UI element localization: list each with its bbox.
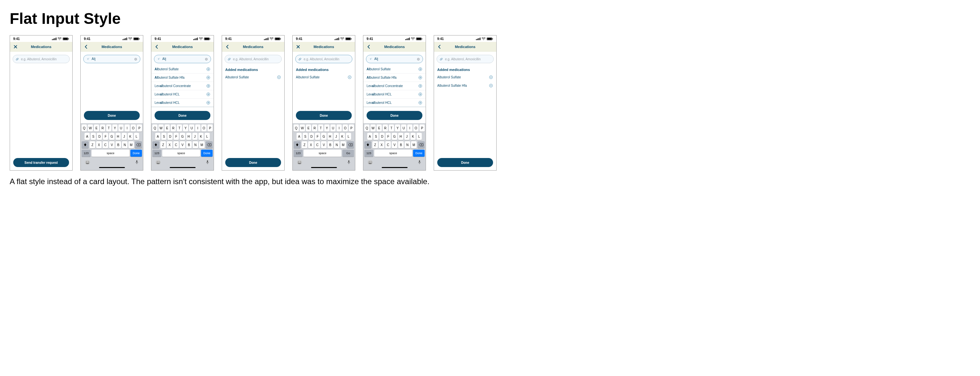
mic-icon[interactable] [347,160,351,165]
key-G[interactable]: G [321,133,326,140]
key-G[interactable]: G [180,133,185,140]
backspace-key[interactable] [418,141,425,148]
key-F[interactable]: F [315,133,320,140]
result-row[interactable]: Levalbuterol HCL [363,90,426,99]
space-key[interactable]: space [92,150,129,157]
keyboard-done-key[interactable]: Done [130,150,142,157]
emoji-icon[interactable]: 😀 [368,160,373,165]
numeric-key[interactable]: 123 [152,150,161,157]
numeric-key[interactable]: 123 [364,150,373,157]
search-input[interactable]: Al [154,55,211,63]
done-button[interactable]: Done [154,111,210,120]
add-icon[interactable] [206,84,210,88]
key-J[interactable]: J [334,133,339,140]
clear-icon[interactable] [134,57,137,61]
result-row[interactable]: Levalbuterol Concentrate [363,82,426,90]
key-E[interactable]: E [306,124,311,132]
key-H[interactable]: H [398,133,403,140]
key-K[interactable]: K [128,133,133,140]
backspace-key[interactable] [205,141,213,148]
add-icon[interactable] [206,67,210,71]
key-Z[interactable]: Z [302,141,307,148]
result-row[interactable]: Albuterol Sulfate [151,65,214,73]
key-F[interactable]: F [386,133,391,140]
space-key[interactable]: space [374,150,412,157]
key-M[interactable]: M [199,141,205,148]
key-T[interactable]: T [177,124,182,132]
key-B[interactable]: B [116,141,121,148]
key-R[interactable]: R [171,124,176,132]
key-L[interactable]: L [346,133,351,140]
remove-icon[interactable] [348,75,352,79]
emoji-icon[interactable]: 😀 [297,160,302,165]
key-L[interactable]: L [205,133,210,140]
key-A[interactable]: A [84,133,90,140]
key-B[interactable]: B [186,141,192,148]
keyboard-done-key[interactable]: Done [413,150,425,157]
key-C[interactable]: C [315,141,320,148]
backspace-key[interactable] [135,141,142,148]
key-Q[interactable]: Q [294,124,299,132]
done-button[interactable]: Done [367,111,422,120]
result-row[interactable]: Levalbuterol HCL [151,99,214,107]
key-V[interactable]: V [321,141,326,148]
key-B[interactable]: B [328,141,333,148]
key-W[interactable]: W [88,124,93,132]
search-input[interactable]: Al [366,55,423,63]
remove-icon[interactable] [489,84,493,88]
key-Q[interactable]: Q [364,124,369,132]
shift-key[interactable] [294,141,301,148]
add-icon[interactable] [418,101,422,105]
key-D[interactable]: D [167,133,173,140]
key-Q[interactable]: Q [82,124,87,132]
result-row[interactable]: Levalbuterol Concentrate [151,82,214,90]
key-R[interactable]: R [383,124,388,132]
key-B[interactable]: B [398,141,404,148]
numeric-key[interactable]: 123 [82,150,91,157]
key-I[interactable]: I [195,124,200,132]
key-K[interactable]: K [410,133,415,140]
key-W[interactable]: W [371,124,375,132]
key-U[interactable]: U [331,124,336,132]
key-U[interactable]: U [401,124,406,132]
key-W[interactable]: W [300,124,305,132]
key-F[interactable]: F [103,133,108,140]
add-icon[interactable] [206,75,210,80]
key-Z[interactable]: Z [161,141,166,148]
key-E[interactable]: E [94,124,99,132]
key-O[interactable]: O [414,124,418,132]
key-S[interactable]: S [373,133,379,140]
key-D[interactable]: D [97,133,102,140]
key-N[interactable]: N [334,141,339,148]
key-T[interactable]: T [318,124,323,132]
key-X[interactable]: X [379,141,384,148]
result-row[interactable]: Albuterol Sulfate Hfa [151,73,214,82]
key-J[interactable]: J [192,133,197,140]
key-Y[interactable]: Y [183,124,188,132]
key-Y[interactable]: Y [112,124,118,132]
result-row[interactable]: Albuterol Sulfate Hfa [363,73,426,82]
key-H[interactable]: H [116,133,121,140]
add-icon[interactable] [418,92,422,97]
key-A[interactable]: A [297,133,302,140]
key-X[interactable]: X [167,141,172,148]
key-R[interactable]: R [312,124,317,132]
key-C[interactable]: C [173,141,179,148]
key-E[interactable]: E [377,124,382,132]
key-Z[interactable]: Z [372,141,378,148]
key-C[interactable]: C [103,141,108,148]
search-input[interactable]: e.g. Albuterol, Amoxicillin [437,55,494,63]
key-U[interactable]: U [189,124,194,132]
key-K[interactable]: K [199,133,204,140]
key-H[interactable]: H [186,133,191,140]
key-P[interactable]: P [137,124,142,132]
key-M[interactable]: M [129,141,134,148]
key-O[interactable]: O [201,124,207,132]
key-Y[interactable]: Y [395,124,400,132]
clear-icon[interactable] [205,57,208,61]
result-row[interactable]: Albuterol Sulfate [363,65,426,73]
key-E[interactable]: E [165,124,170,132]
key-G[interactable]: G [392,133,397,140]
key-N[interactable]: N [192,141,198,148]
search-input[interactable]: e.g. Albuterol, Amoxicillin [295,55,352,63]
